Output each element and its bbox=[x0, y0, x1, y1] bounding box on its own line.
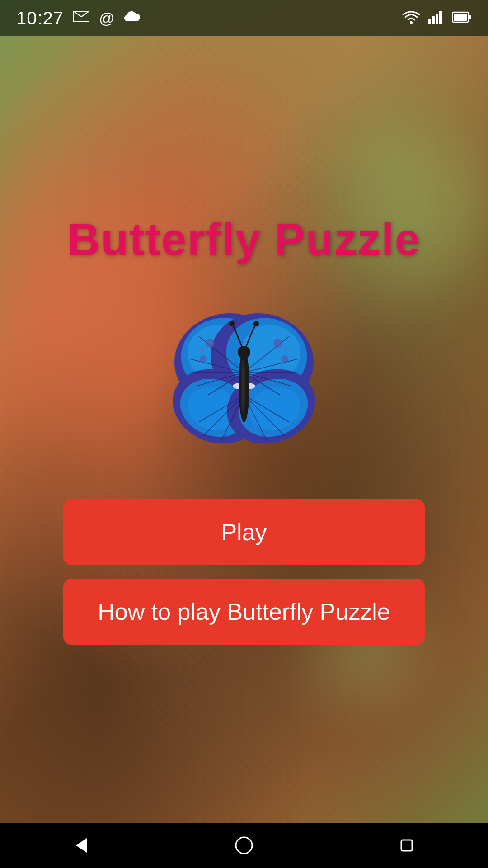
nav-bar bbox=[0, 823, 488, 868]
svg-rect-6 bbox=[439, 11, 442, 24]
svg-point-40 bbox=[241, 359, 245, 413]
play-button[interactable]: Play bbox=[63, 499, 425, 565]
svg-marker-50 bbox=[76, 838, 87, 853]
svg-point-2 bbox=[410, 21, 413, 24]
svg-rect-3 bbox=[428, 19, 431, 24]
svg-point-46 bbox=[198, 347, 204, 353]
wifi-icon bbox=[401, 10, 421, 26]
svg-point-47 bbox=[273, 339, 282, 348]
svg-rect-9 bbox=[454, 14, 467, 21]
battery-icon bbox=[452, 10, 472, 26]
svg-point-43 bbox=[253, 321, 259, 326]
status-left: 10:27 @ bbox=[16, 8, 143, 28]
status-right bbox=[401, 10, 472, 26]
svg-rect-4 bbox=[432, 16, 435, 24]
nav-recents-button[interactable] bbox=[389, 827, 425, 863]
status-bar: 10:27 @ bbox=[0, 0, 488, 36]
svg-line-0 bbox=[74, 11, 81, 17]
gmail-icon bbox=[73, 9, 90, 27]
svg-point-41 bbox=[238, 346, 250, 359]
nav-back-button[interactable] bbox=[63, 827, 99, 863]
cloud-icon bbox=[124, 9, 143, 27]
svg-rect-52 bbox=[401, 840, 412, 851]
how-to-play-button[interactable]: How to play Butterfly Puzzle bbox=[63, 579, 425, 645]
buttons-container: Play How to play Butterfly Puzzle bbox=[36, 499, 452, 645]
status-time: 10:27 bbox=[16, 8, 64, 28]
svg-point-48 bbox=[281, 355, 288, 363]
svg-point-51 bbox=[236, 837, 252, 854]
at-icon: @ bbox=[99, 9, 115, 27]
app-title: Butterfly Puzzle bbox=[67, 214, 421, 264]
butterfly-illustration bbox=[158, 291, 330, 463]
svg-line-1 bbox=[81, 11, 89, 17]
svg-point-45 bbox=[200, 355, 207, 363]
svg-point-44 bbox=[206, 339, 215, 348]
nav-home-button[interactable] bbox=[226, 827, 262, 863]
main-content: Butterfly Puzzle bbox=[0, 36, 488, 823]
svg-rect-8 bbox=[469, 15, 471, 19]
signal-icon bbox=[428, 10, 445, 26]
svg-point-49 bbox=[284, 347, 290, 353]
svg-rect-5 bbox=[436, 14, 438, 24]
svg-point-42 bbox=[229, 321, 235, 326]
